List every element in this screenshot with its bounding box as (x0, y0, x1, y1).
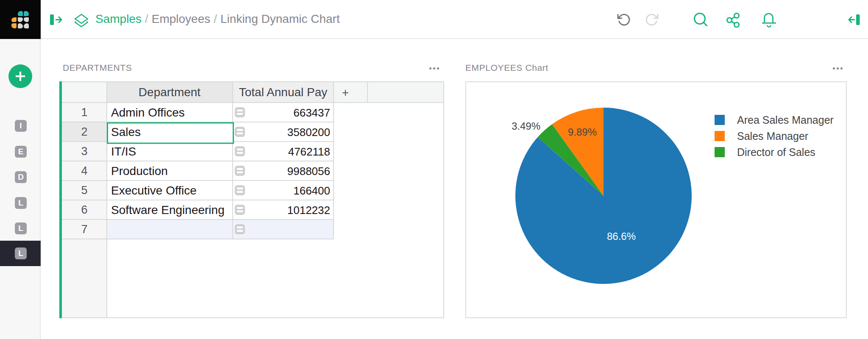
svg-text:Total Annual Pay: Total Annual Pay (239, 86, 328, 99)
svg-text:9.89%: 9.89% (568, 126, 597, 138)
svg-text:663437: 663437 (293, 106, 330, 119)
svg-text:4: 4 (81, 164, 87, 177)
svg-text:Admin Offices: Admin Offices (111, 106, 185, 119)
svg-text:5: 5 (81, 184, 87, 197)
svg-text:3: 3 (81, 145, 87, 158)
svg-text:3.49%: 3.49% (512, 120, 540, 132)
svg-text:Department: Department (139, 86, 201, 99)
svg-text:1012232: 1012232 (287, 204, 330, 217)
svg-text:Production: Production (111, 164, 168, 178)
svg-text:Area Sales Manager: Area Sales Manager (737, 114, 834, 126)
svg-text:7: 7 (81, 223, 87, 236)
svg-text:+: + (342, 86, 349, 99)
svg-text:3580200: 3580200 (287, 126, 330, 139)
svg-text:166400: 166400 (293, 184, 330, 197)
svg-text:9988056: 9988056 (287, 165, 330, 178)
svg-text:2: 2 (81, 125, 87, 138)
svg-text:Software Engineering: Software Engineering (111, 203, 225, 217)
svg-text:IT/IS: IT/IS (111, 145, 136, 158)
svg-text:4762118: 4762118 (288, 145, 330, 158)
svg-text:6: 6 (81, 203, 87, 216)
svg-text:Executive Office: Executive Office (111, 184, 197, 197)
svg-text:1: 1 (81, 106, 87, 119)
svg-text:86.6%: 86.6% (607, 231, 636, 242)
svg-text:Sales Manager: Sales Manager (737, 130, 808, 142)
svg-text:Sales: Sales (111, 125, 141, 139)
svg-text:Director of Sales: Director of Sales (737, 146, 815, 158)
